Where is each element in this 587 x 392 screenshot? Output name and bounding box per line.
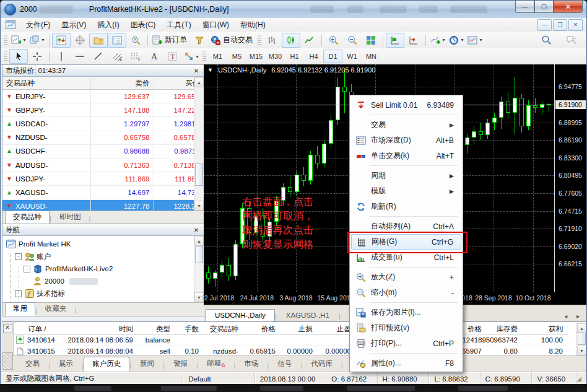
menu-item-3[interactable]: 插入(I): [92, 19, 124, 32]
terminal-tab-邮箱[interactable]: 邮箱6: [198, 356, 233, 372]
market-watch-row[interactable]: ▲USDCAD-1.297971.29819: [2, 117, 204, 131]
chart-shift-button[interactable]: [404, 33, 423, 48]
chevron-down-icon[interactable]: ▾: [196, 54, 198, 59]
chat-button[interactable]: [562, 33, 580, 48]
context-打印-p-[interactable]: 打印(P)...Ctrl+P: [350, 336, 463, 351]
standard-grip[interactable]: [4, 35, 7, 46]
mdi-restore-button[interactable]: ❐: [553, 19, 567, 31]
scroll-down-icon[interactable]: ▼: [194, 201, 204, 211]
channel-button[interactable]: E: [108, 49, 126, 64]
market-watch-scrollbar[interactable]: ▲ ▼: [194, 77, 204, 211]
new-order-button[interactable]: 新订单: [150, 33, 190, 48]
tree-item-profitmarkethk[interactable]: Profit Market HK: [2, 238, 204, 250]
scroll-up-icon[interactable]: ▲: [577, 323, 586, 333]
terminal-row[interactable]: 34106152018.09.14 08:08:04sell0.10nzdusd…: [13, 346, 568, 356]
context-交易[interactable]: 交易▶: [350, 117, 463, 133]
terminal-column-11[interactable]: 获利: [523, 323, 568, 334]
chevron-down-icon[interactable]: ▾: [442, 37, 445, 43]
chevron-down-icon[interactable]: ▾: [41, 37, 44, 43]
minimize-button[interactable]: —: [515, 1, 534, 13]
scroll-up-icon[interactable]: ▲: [194, 236, 204, 246]
status-profile[interactable]: Default: [183, 372, 255, 385]
tree-item-20000[interactable]: 20000: [2, 275, 204, 287]
funnel-button[interactable]: [190, 33, 209, 48]
text-button[interactable]: A: [145, 49, 163, 64]
timeframe-mn[interactable]: MN: [362, 50, 381, 63]
terminal-button[interactable]: [108, 33, 126, 48]
terminal-tab-账户历史[interactable]: 账户历史: [84, 357, 129, 372]
toolbar-grip[interactable]: [258, 35, 261, 46]
terminal-grip[interactable]: [2, 352, 13, 370]
market-watch-row[interactable]: ▼EURJPY-129.637129.659: [2, 90, 204, 103]
close-button[interactable]: ✕: [554, 1, 583, 13]
terminal-tab-交易[interactable]: 交易: [17, 357, 48, 372]
search-button[interactable]: [537, 33, 555, 48]
scroll-down-icon[interactable]: ▼: [577, 346, 586, 355]
context-模版[interactable]: 模版▶: [350, 183, 463, 199]
chevron-down-icon[interactable]: ▾: [479, 37, 482, 43]
chevron-down-icon[interactable]: ▾: [461, 37, 463, 43]
periods-button[interactable]: ▾: [447, 33, 466, 48]
context-打印预览-v-[interactable]: 打印预览(v): [350, 320, 463, 336]
mdi-close-button[interactable]: ✕: [568, 19, 583, 31]
scrollbar-thumb[interactable]: [195, 246, 203, 263]
close-icon[interactable]: ✕: [192, 68, 201, 74]
close-icon[interactable]: ✕: [192, 227, 201, 233]
market-watch-row[interactable]: ▼AUDUSD-0.713630.71383: [2, 159, 204, 172]
terminal-tab-市场[interactable]: 市场: [235, 357, 267, 372]
zoom-in-button[interactable]: [324, 33, 343, 48]
templates-button[interactable]: ▾: [466, 33, 484, 48]
timeframe-m15[interactable]: M15: [246, 50, 266, 63]
context-缩小-m-[interactable]: 缩小(m)-: [350, 285, 463, 300]
new-chart-button[interactable]: ▾: [9, 33, 28, 48]
tester-button[interactable]: [126, 33, 145, 48]
timeframe-w1[interactable]: W1: [342, 50, 362, 63]
column-bid[interactable]: 卖价: [91, 77, 154, 89]
timeframe-d1[interactable]: D1: [323, 50, 342, 63]
hline-button[interactable]: [71, 49, 89, 64]
context-刷新-r-[interactable]: 刷新(R): [350, 199, 463, 214]
fibonacci-button[interactable]: F: [126, 49, 145, 64]
terminal-column-4[interactable]: 手数: [175, 323, 204, 334]
terminal-tab-展示[interactable]: 展示: [50, 357, 82, 372]
menu-item-2[interactable]: 显示(V): [56, 19, 92, 32]
indicators-button[interactable]: ▾: [428, 33, 447, 48]
market-watch-row[interactable]: ▼GBPJPY-147.188147.225: [2, 103, 204, 117]
chart-tab-scroll-icons[interactable]: ◂ ▸: [559, 313, 587, 322]
context-市场深度-d-[interactable]: 市场深度(D)Alt+B: [350, 133, 463, 148]
menu-item-6[interactable]: 窗口(W): [197, 19, 235, 32]
mdi-minimize-button[interactable]: —: [537, 19, 552, 31]
vline-button[interactable]: [52, 49, 71, 64]
timeframe-m5[interactable]: M5: [227, 50, 246, 63]
arrows-button[interactable]: ▾: [182, 49, 201, 64]
terminal-tab-警报[interactable]: 警报: [165, 357, 196, 372]
close-icon[interactable]: ✕: [3, 324, 12, 333]
context-周期[interactable]: 周期▶: [350, 168, 463, 183]
market-watch-row[interactable]: ▲USDCHF-0.986880.98711: [2, 145, 204, 159]
label-button[interactable]: T: [163, 49, 182, 64]
context-放大-z-[interactable]: 放大(Z)+: [350, 269, 463, 285]
terminal-tab-新闻[interactable]: 新闻: [131, 357, 163, 372]
scrollbar-thumb[interactable]: [578, 333, 586, 345]
tile-windows-button[interactable]: [362, 33, 380, 48]
chevron-down-icon[interactable]: ▾: [23, 37, 25, 43]
menu-item-7[interactable]: 帮助(H): [235, 19, 271, 32]
tree-item-[interactable]: -f技术指标: [2, 287, 204, 300]
terminal-column-1[interactable]: 订单 /: [13, 323, 69, 334]
bar-chart-button[interactable]: [263, 33, 282, 48]
context-单击交易-k-[interactable]: 单击交易(k)Alt+T: [350, 148, 463, 163]
resize-grip[interactable]: ◢: [576, 375, 581, 382]
context-sell-limit-0-01[interactable]: Sell Limit 0.016.93489: [350, 97, 463, 113]
line-chart-button[interactable]: [300, 33, 319, 48]
timeframe-h1[interactable]: H1: [285, 50, 304, 63]
terminal-column-10[interactable]: 库存费: [487, 323, 523, 334]
price-axis[interactable]: 6.947756.919006.889956.861906.833006.804…: [555, 64, 586, 292]
terminal-column-7[interactable]: 止损: [280, 323, 318, 334]
timeframe-h4[interactable]: H4: [304, 50, 323, 63]
market-watch-tab-2[interactable]: 即时图: [51, 211, 89, 224]
maximize-button[interactable]: ▢: [534, 1, 554, 13]
scrollbar-thumb[interactable]: [195, 163, 203, 186]
tree-item-[interactable]: -账户: [2, 250, 204, 263]
menu-item-5[interactable]: 工具(T): [161, 19, 196, 32]
terminal-scrollbar[interactable]: ▲ ▼: [576, 323, 586, 355]
